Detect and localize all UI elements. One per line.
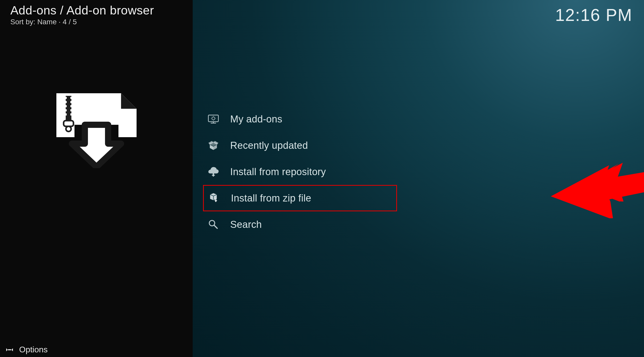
- menu-label: Recently updated: [230, 140, 308, 151]
- options-label: Options: [19, 345, 48, 354]
- options-button[interactable]: Options: [6, 345, 48, 354]
- svg-rect-11: [64, 121, 73, 126]
- menu-list: My add-ons Recently updated: [203, 106, 644, 238]
- menu-item-install-zip[interactable]: Install from zip file: [203, 185, 397, 211]
- item-count: 4 / 5: [63, 18, 77, 26]
- zip-download-icon: [54, 91, 139, 168]
- options-icon: [6, 346, 13, 354]
- svg-rect-7: [64, 109, 67, 111]
- svg-rect-10: [70, 113, 73, 115]
- sort-sep: ·: [57, 18, 63, 26]
- svg-rect-6: [70, 105, 73, 107]
- monitor-addons-icon: [207, 113, 220, 126]
- menu-item-my-addons[interactable]: My add-ons: [203, 106, 397, 132]
- sort-prefix: Sort by:: [10, 18, 37, 26]
- svg-line-19: [214, 225, 217, 228]
- clock: 12:16 PM: [555, 5, 633, 25]
- menu-label: Search: [230, 219, 262, 230]
- open-box-icon: [207, 139, 220, 152]
- menu-item-search[interactable]: Search: [203, 211, 397, 238]
- menu-label: Install from repository: [230, 166, 326, 177]
- svg-point-12: [66, 126, 71, 131]
- menu-label: My add-ons: [230, 114, 282, 125]
- sort-info: Sort by: Name · 4 / 5: [10, 18, 182, 26]
- svg-rect-13: [8, 349, 11, 350]
- menu-item-install-repository[interactable]: Install from repository: [203, 159, 397, 185]
- svg-rect-4: [70, 101, 73, 103]
- breadcrumb: Add-ons / Add-on browser: [10, 3, 182, 17]
- svg-rect-5: [64, 105, 67, 107]
- svg-rect-2: [70, 97, 73, 99]
- svg-rect-8: [70, 109, 73, 111]
- svg-rect-1: [64, 97, 67, 99]
- sidebar-artwork: [0, 91, 193, 168]
- search-icon: [207, 218, 220, 231]
- svg-point-17: [212, 117, 215, 120]
- menu-label: Install from zip file: [231, 193, 311, 204]
- svg-rect-3: [64, 101, 67, 103]
- box-zip-icon: [208, 192, 221, 205]
- cloud-download-icon: [207, 165, 220, 178]
- menu-item-recently-updated[interactable]: Recently updated: [203, 132, 397, 159]
- sidebar: Add-ons / Add-on browser Sort by: Name ·…: [0, 0, 193, 357]
- main-area: 12:16 PM My add-ons: [193, 0, 644, 357]
- svg-rect-9: [64, 113, 67, 115]
- sidebar-header: Add-ons / Add-on browser Sort by: Name ·…: [0, 0, 193, 26]
- sort-value: Name: [37, 18, 57, 26]
